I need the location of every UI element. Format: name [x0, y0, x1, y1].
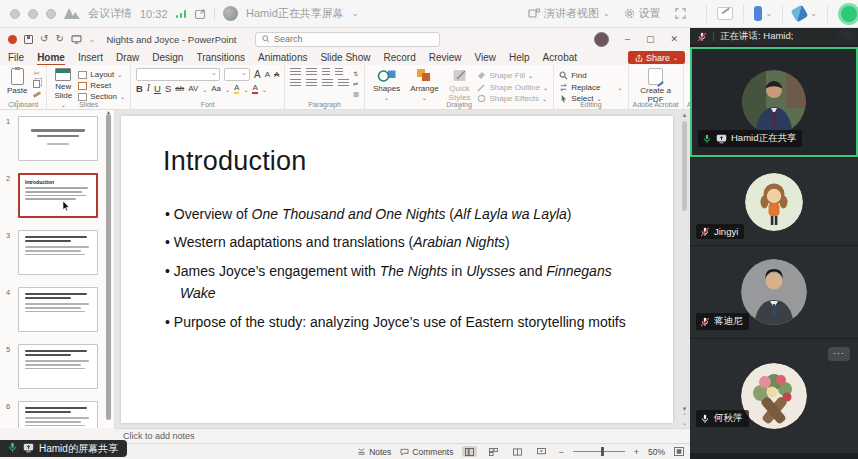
shape-outline-button[interactable]: Shape Outline⌄	[477, 83, 548, 92]
settings-button[interactable]: 设置	[624, 6, 661, 21]
reset-button[interactable]: Reset	[78, 81, 125, 90]
menu-tab-animations[interactable]: Animations	[258, 52, 307, 63]
whiteboard-icon[interactable]	[717, 7, 733, 20]
bullets-icon[interactable]	[290, 68, 301, 76]
slideshow-view-button[interactable]	[534, 446, 549, 457]
create-pdf-button[interactable]: Create a PDF	[634, 68, 678, 104]
save-icon[interactable]	[24, 35, 33, 44]
minimize-button[interactable]: –	[625, 34, 630, 44]
arrange-button[interactable]: Arrange⌄	[407, 68, 441, 101]
traffic-light-close[interactable]	[10, 9, 20, 19]
participant-tile-3[interactable]: 蒋迪尼	[690, 246, 858, 338]
zoom-out-button[interactable]: −	[558, 447, 563, 457]
undo-icon[interactable]: ↺	[40, 34, 48, 44]
speaker-view-button[interactable]: 演讲者视图⌄	[528, 6, 610, 21]
search-box[interactable]	[255, 32, 440, 47]
menu-tab-review[interactable]: Review	[429, 52, 462, 63]
menu-tab-design[interactable]: Design	[152, 52, 183, 63]
numbering-icon[interactable]	[306, 68, 317, 76]
zoom-slider-thumb[interactable]	[601, 447, 604, 456]
slide-thumbnail-2[interactable]: Introduction	[18, 173, 98, 218]
quick-access-chevron-icon[interactable]: ⌄	[89, 35, 96, 44]
slide-thumbnail-4[interactable]	[18, 287, 98, 332]
font-color-button[interactable]: A	[252, 84, 257, 94]
justify-icon[interactable]	[338, 79, 349, 87]
align-center-icon[interactable]	[306, 79, 317, 87]
menu-tab-file[interactable]: File	[8, 52, 24, 63]
previous-slide-icon[interactable]: ⌃	[680, 412, 689, 419]
ppt-share-button[interactable]: Share⌄	[628, 51, 685, 64]
thumbnail-scrollbar[interactable]	[106, 114, 111, 420]
align-right-icon[interactable]	[322, 79, 333, 87]
section-button[interactable]: Section⌄	[78, 92, 125, 101]
traffic-light-zoom[interactable]	[46, 9, 56, 19]
panel-muted-mic-icon[interactable]	[697, 28, 707, 45]
fit-to-window-icon[interactable]	[674, 447, 684, 456]
shape-fill-button[interactable]: Shape Fill⌄	[477, 71, 548, 80]
menu-tab-insert[interactable]: Insert	[78, 52, 103, 63]
menu-tab-transitions[interactable]: Transitions	[196, 52, 245, 63]
menu-tab-help[interactable]: Help	[509, 52, 530, 63]
change-case-button[interactable]: Aa	[211, 85, 221, 93]
canvas-scrollbar[interactable]: ▲ ▼ ⌃ ⌄	[680, 112, 689, 426]
comments-toggle-button[interactable]: Comments	[400, 447, 453, 457]
highlight-color-button[interactable]: A	[234, 84, 239, 94]
scroll-up-icon[interactable]: ▲	[680, 112, 689, 118]
more-options-button[interactable]: ···	[828, 347, 850, 361]
line-spacing-icon[interactable]: ⇅	[353, 70, 359, 77]
reading-view-button[interactable]	[510, 446, 525, 457]
normal-view-button[interactable]	[462, 446, 477, 457]
paste-button[interactable]: Paste⌄	[5, 68, 29, 103]
cut-icon[interactable]: ✂	[33, 70, 41, 78]
participant-tile-1[interactable]: Hamid正在共享	[690, 47, 858, 157]
char-spacing-button[interactable]: AV	[188, 85, 198, 93]
layout-button[interactable]: Layout⌄	[78, 70, 125, 79]
notes-pane[interactable]: Click to add notes	[115, 428, 690, 443]
shadow-button[interactable]: S	[165, 84, 171, 94]
format-painter-icon[interactable]	[33, 91, 41, 98]
close-button[interactable]: ✕	[670, 34, 678, 44]
replace-button[interactable]: Replace⌄	[559, 83, 622, 92]
menu-tab-record[interactable]: Record	[383, 52, 415, 63]
shapes-button[interactable]: Shapes⌄	[370, 68, 403, 101]
meeting-details-menu[interactable]: 会议详情	[88, 6, 132, 21]
font-name-select[interactable]	[136, 68, 220, 81]
columns-icon[interactable]: ▥	[353, 90, 359, 97]
menu-tab-home[interactable]: Home	[37, 52, 65, 63]
start-slideshow-icon[interactable]	[71, 35, 82, 44]
increase-indent-icon[interactable]	[335, 68, 343, 76]
slide-sorter-view-button[interactable]	[486, 446, 501, 457]
menu-tab-draw[interactable]: Draw	[116, 52, 139, 63]
participant-tile-2[interactable]: Jingyi	[690, 158, 858, 245]
text-direction-icon[interactable]: ⇄	[353, 80, 359, 87]
open-share-window-icon[interactable]	[194, 8, 206, 20]
zoom-percent[interactable]: 50%	[648, 447, 665, 457]
slide-thumbnail-1[interactable]	[18, 116, 98, 161]
slide-body-text[interactable]: • Overview of One Thousand and One Night…	[165, 203, 633, 333]
marker-tool-button[interactable]: ⌄	[754, 6, 773, 21]
zoom-slider[interactable]	[573, 451, 625, 452]
strikethrough-button[interactable]: ab	[175, 85, 184, 93]
copy-icon[interactable]	[33, 80, 40, 88]
notes-toggle-button[interactable]: Notes	[357, 447, 391, 457]
italic-button[interactable]: I	[147, 84, 150, 94]
slide-thumbnail-5[interactable]	[18, 344, 98, 389]
shrink-font-icon[interactable]: A	[265, 71, 270, 79]
next-slide-icon[interactable]: ⌄	[680, 419, 689, 426]
align-left-icon[interactable]	[290, 79, 301, 87]
underline-button[interactable]: U	[154, 84, 161, 94]
stamp-tool-button[interactable]: ⌄	[793, 7, 817, 20]
account-avatar[interactable]	[594, 32, 609, 47]
slide[interactable]: Introduction • Overview of One Thousand …	[121, 116, 673, 423]
font-size-select[interactable]	[224, 68, 250, 81]
find-button[interactable]: Find	[559, 71, 622, 80]
slide-thumbnail-6[interactable]	[18, 401, 98, 428]
screen-share-badge[interactable]: Hamid的屏幕共享	[0, 440, 127, 457]
menu-tab-slide-show[interactable]: Slide Show	[320, 52, 370, 63]
redo-icon[interactable]: ↻	[55, 34, 63, 44]
slide-thumbnail-3[interactable]	[18, 230, 98, 275]
sharing-status-label[interactable]: Hamid正在共享屏幕	[246, 6, 344, 21]
grow-font-icon[interactable]: A	[254, 70, 261, 80]
menu-tab-view[interactable]: View	[475, 52, 497, 63]
clear-format-icon[interactable]: A	[274, 71, 279, 79]
